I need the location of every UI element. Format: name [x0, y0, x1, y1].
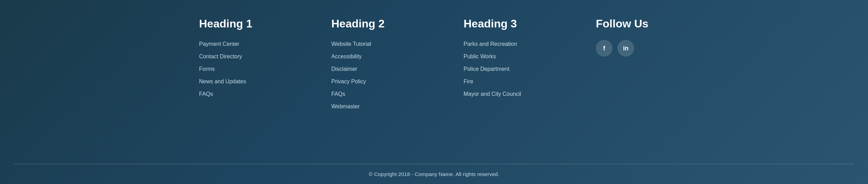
heading2-list: Website Tutorial Accessibility Disclaime…	[331, 40, 450, 111]
heading2-title: Heading 2	[331, 17, 450, 30]
public-works-link[interactable]: Public Works	[464, 53, 496, 59]
heading1-title: Heading 1	[199, 17, 317, 30]
footer-column-3: Heading 3 Parks and Recreation Public Wo…	[457, 17, 589, 150]
footer-bottom: © Copyright 2018 - Company Name. All rig…	[0, 164, 868, 184]
list-item: Mayor and City Council	[464, 90, 582, 98]
list-item: Fire	[464, 77, 582, 86]
list-item: Parks and Recreation	[464, 40, 582, 48]
contact-directory-link[interactable]: Contact Directory	[199, 53, 242, 59]
faqs-link-2[interactable]: FAQs	[331, 91, 345, 97]
heading3-title: Heading 3	[464, 17, 582, 30]
footer-column-1: Heading 1 Payment Center Contact Directo…	[192, 17, 324, 150]
social-icons-group: f in	[596, 40, 669, 57]
list-item: Disclaimer	[331, 65, 450, 73]
list-item: Webmaster	[331, 102, 450, 111]
payment-center-link[interactable]: Payment Center	[199, 41, 239, 47]
footer-column-2: Heading 2 Website Tutorial Accessibility…	[324, 17, 457, 150]
list-item: Accessibility	[331, 52, 450, 61]
linkedin-icon[interactable]: in	[617, 40, 634, 57]
heading3-list: Parks and Recreation Public Works Police…	[464, 40, 582, 98]
forms-link[interactable]: Forms	[199, 66, 215, 72]
police-department-link[interactable]: Police Department	[464, 66, 510, 72]
facebook-icon[interactable]: f	[596, 40, 613, 57]
news-updates-link[interactable]: News and Updates	[199, 78, 246, 84]
copyright-text: © Copyright 2018 - Company Name. All rig…	[7, 171, 861, 177]
accessibility-link[interactable]: Accessibility	[331, 53, 362, 59]
privacy-policy-link[interactable]: Privacy Policy	[331, 78, 366, 84]
list-item: Payment Center	[199, 40, 317, 48]
follow-title: Follow Us	[596, 17, 669, 30]
list-item: Forms	[199, 65, 317, 73]
list-item: Police Department	[464, 65, 582, 73]
footer-main: Heading 1 Payment Center Contact Directo…	[0, 0, 868, 164]
fire-link[interactable]: Fire	[464, 78, 473, 84]
parks-recreation-link[interactable]: Parks and Recreation	[464, 41, 517, 47]
list-item: News and Updates	[199, 77, 317, 86]
list-item: Privacy Policy	[331, 77, 450, 86]
list-item: Website Tutorial	[331, 40, 450, 48]
list-item: Public Works	[464, 52, 582, 61]
faqs-link-1[interactable]: FAQs	[199, 91, 213, 97]
footer-follow-column: Follow Us f in	[589, 17, 676, 150]
website-tutorial-link[interactable]: Website Tutorial	[331, 41, 371, 47]
mayor-council-link[interactable]: Mayor and City Council	[464, 91, 521, 97]
heading1-list: Payment Center Contact Directory Forms N…	[199, 40, 317, 98]
list-item: Contact Directory	[199, 52, 317, 61]
list-item: FAQs	[331, 90, 450, 98]
disclaimer-link[interactable]: Disclaimer	[331, 66, 357, 72]
list-item: FAQs	[199, 90, 317, 98]
webmaster-link[interactable]: Webmaster	[331, 103, 360, 109]
